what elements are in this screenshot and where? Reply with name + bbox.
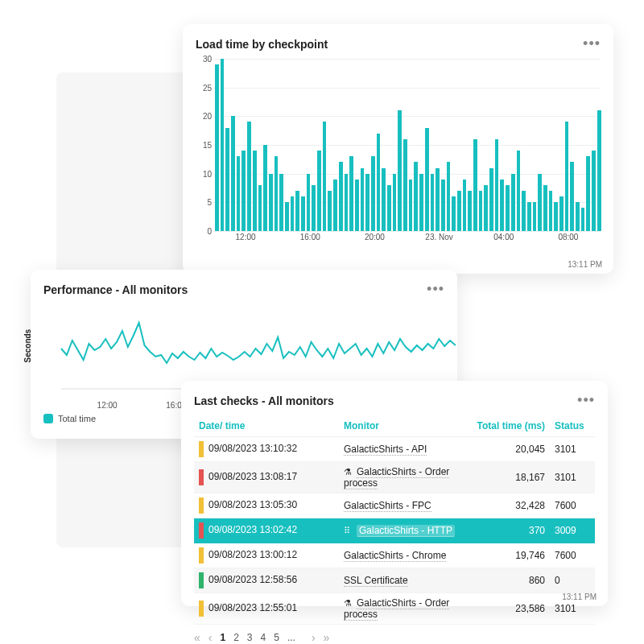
status-color-icon [199,441,204,457]
cell-status: 3101 [550,437,595,462]
timestamp-label: 13:11 PM [562,592,597,601]
cell-status: 0 [550,568,595,593]
cell-datetime: 09/08/2023 13:05:30 [208,499,297,510]
bar [597,110,601,231]
bar [247,122,251,231]
x-tick: 12:00 [97,401,118,410]
table-row[interactable]: 09/08/2023 12:58:56SSL Certificate8600 [194,568,595,593]
page-number[interactable]: 3 [247,632,253,643]
bar [473,139,477,231]
cell-datetime: 09/08/2023 12:55:01 [208,602,297,613]
col-monitor[interactable]: Monitor [339,415,469,437]
bar [511,174,515,231]
bar [377,134,381,231]
cell-totaltime: 32,428 [469,493,550,518]
card-load-time: Load time by checkpoint ••• 051015202530… [183,24,613,274]
bar [312,185,316,231]
bar [484,185,488,231]
y-axis-label: Seconds [23,329,32,363]
cell-datetime: 09/08/2023 13:10:32 [208,443,297,454]
bar [323,122,327,231]
table-row[interactable]: 09/08/2023 13:00:12GalacticShirts - Chro… [194,543,595,568]
bar [457,191,461,231]
bar [549,191,553,231]
page-prev-icon[interactable]: ‹ [208,631,213,644]
bar [291,196,295,231]
cell-monitor[interactable]: GalacticShirts - Order process [344,597,449,621]
bar [242,151,246,231]
bar [231,116,235,231]
page-first-icon[interactable]: « [194,631,200,644]
more-icon[interactable]: ••• [583,35,601,52]
more-icon[interactable]: ••• [427,281,444,298]
page-number[interactable]: 4 [261,632,266,643]
bar [333,180,337,231]
cell-monitor[interactable]: GalacticShirts - API [344,444,427,456]
y-tick: 0 [207,227,212,236]
bar [538,174,542,231]
page-number[interactable]: 5 [274,632,279,643]
cell-monitor[interactable]: GalacticShirts - HTTP [357,525,455,537]
cell-monitor[interactable]: GalacticShirts - FPC [344,500,431,512]
x-tick: 04:00 [493,233,514,242]
bar [463,180,467,231]
page-number: ... [287,632,295,643]
bar [328,191,332,231]
x-tick: 12:00 [236,233,256,242]
cell-monitor[interactable]: GalacticShirts - Order process [344,466,449,489]
cell-status: 7600 [550,493,595,518]
bar [522,191,526,231]
bar [387,185,391,231]
cell-monitor[interactable]: SSL Certificate [344,575,408,587]
page-next-icon[interactable]: › [312,631,316,644]
bar [269,174,273,231]
bar [393,174,397,231]
line-series [61,323,456,363]
bar [543,185,547,231]
y-tick: 20 [203,112,212,121]
col-totaltime[interactable]: Total time (ms) [469,415,550,437]
cell-status: 3009 [550,518,595,543]
table-row[interactable]: 09/08/2023 13:10:32GalacticShirts - API2… [194,437,595,462]
table-row[interactable]: 09/08/2023 13:05:30GalacticShirts - FPC3… [194,493,595,518]
card-last-checks: Last checks - All monitors ••• Date/ tim… [181,381,608,606]
bar [576,202,580,231]
bar [533,202,537,231]
bar [221,59,225,231]
bar [559,196,564,231]
page-last-icon[interactable]: » [324,631,330,644]
bar [258,185,262,231]
more-icon[interactable]: ••• [577,392,595,409]
col-datetime[interactable]: Date/ time [194,415,339,437]
table-row[interactable]: 09/08/2023 13:02:42⠿GalacticShirts - HTT… [194,518,595,543]
bar [295,191,299,231]
bar [468,191,472,231]
pagination: « ‹ 12345... › » [194,631,595,644]
page-number[interactable]: 2 [233,632,239,643]
bar [586,156,590,231]
bar [365,174,369,231]
bar [436,168,440,231]
bar [581,208,585,231]
x-tick: 16:00 [300,233,320,242]
col-status[interactable]: Status [550,415,595,437]
card-title: Load time by checkpoint [196,38,328,51]
bar [527,202,531,231]
table-row[interactable]: 09/08/2023 13:08:17⚗GalacticShirts - Ord… [194,462,595,493]
cell-datetime: 09/08/2023 13:02:42 [208,524,297,535]
bar [506,185,510,231]
bar [317,151,321,231]
bar [215,64,219,231]
monitor-type-icon: ⚗ [344,598,353,609]
status-color-icon [199,547,204,564]
page-number[interactable]: 1 [220,632,225,643]
cell-totaltime: 18,167 [469,462,550,493]
bar [565,122,569,231]
y-tick: 5 [207,198,212,207]
bar [285,202,289,231]
table-row[interactable]: 09/08/2023 12:55:01⚗GalacticShirts - Ord… [194,593,595,625]
monitor-type-icon: ⚗ [344,467,353,477]
y-tick: 15 [203,141,212,150]
bar [447,162,451,231]
cell-monitor[interactable]: GalacticShirts - Chrome [344,550,446,562]
